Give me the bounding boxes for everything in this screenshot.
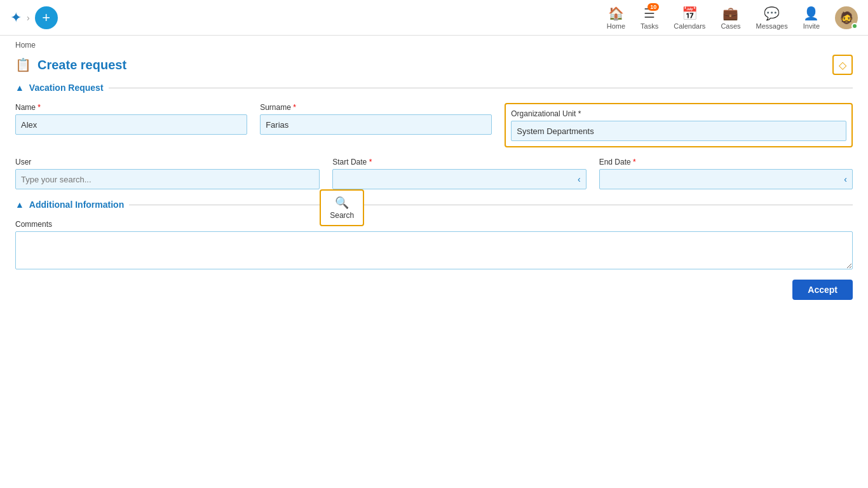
- page-action-button[interactable]: ◇: [832, 55, 853, 75]
- nav-invite[interactable]: 👤 Invite: [803, 6, 820, 30]
- comments-textarea[interactable]: [15, 231, 853, 269]
- footer-row: Accept: [15, 280, 853, 300]
- surname-group: Surname *: [260, 103, 492, 135]
- start-date-input-wrap: ‹: [332, 169, 586, 189]
- section-title-vacation: Vacation Request: [29, 83, 104, 93]
- end-date-required-indicator: *: [633, 158, 636, 166]
- nav-cases[interactable]: 💼 Cases: [721, 6, 740, 30]
- start-date-input[interactable]: [333, 171, 573, 188]
- page-title-icon: 📋: [15, 57, 31, 72]
- end-date-label: End Date *: [599, 158, 853, 166]
- user-input-wrap: [15, 169, 320, 189]
- surname-required-indicator: *: [293, 103, 296, 112]
- nav-tasks-label: Tasks: [641, 22, 658, 30]
- name-required-indicator: *: [37, 103, 41, 112]
- comments-group: Comments: [15, 220, 853, 269]
- cases-icon: 💼: [722, 6, 738, 21]
- section-divider-vacation: [109, 88, 853, 88]
- section-toggle-additional[interactable]: ▲: [15, 200, 24, 210]
- topnav: ✦ › + 🏠 Home ☰ 10 Tasks 📅 Calendars 💼 Ca…: [0, 0, 868, 36]
- add-button[interactable]: +: [35, 6, 58, 29]
- messages-icon: 💬: [764, 6, 780, 21]
- end-date-input[interactable]: [600, 171, 839, 188]
- end-date-calendar-button[interactable]: ‹: [839, 174, 852, 184]
- user-group: User 🔍 Search: [15, 158, 320, 189]
- nav-invite-label: Invite: [803, 22, 820, 30]
- page-header: 📋 Create request ◇: [0, 52, 868, 83]
- form-row-1: Name * Surname * Organizational Unit *: [15, 103, 853, 147]
- nav-chevron-icon: ›: [27, 13, 30, 23]
- page-title: Create request: [37, 58, 126, 72]
- name-input[interactable]: [15, 114, 247, 135]
- app-logo: ✦: [10, 10, 22, 26]
- search-button-label: Search: [330, 211, 354, 220]
- invite-icon: 👤: [803, 6, 819, 21]
- search-button[interactable]: 🔍 Search: [320, 189, 364, 226]
- search-icon: 🔍: [335, 196, 349, 210]
- start-date-calendar-button[interactable]: ‹: [573, 174, 586, 184]
- nav-calendars-label: Calendars: [674, 22, 705, 30]
- section-title-additional: Additional Information: [29, 200, 124, 210]
- org-unit-group: Organizational Unit *: [505, 103, 853, 147]
- org-unit-label: Organizational Unit *: [511, 109, 846, 118]
- end-date-input-wrap: ‹: [599, 169, 853, 189]
- nav-home[interactable]: 🏠 Home: [607, 6, 625, 30]
- user-search-input[interactable]: [15, 169, 320, 189]
- surname-input[interactable]: [260, 114, 492, 135]
- additional-info-section: ▲ Additional Information Comments: [15, 200, 853, 269]
- start-date-required-indicator: *: [369, 158, 372, 166]
- form-row-2: User 🔍 Search Start Date * ‹: [15, 158, 853, 189]
- nav-cases-label: Cases: [721, 22, 740, 30]
- org-unit-input[interactable]: [511, 121, 846, 141]
- comments-label: Comments: [15, 220, 853, 229]
- tasks-icon: ☰ 10: [644, 6, 655, 21]
- nav-messages-label: Messages: [756, 22, 788, 30]
- org-unit-required-indicator: *: [578, 109, 581, 118]
- vacation-request-section: ▲ Vacation Request Name * Surname * Orga…: [15, 83, 853, 189]
- name-group: Name *: [15, 103, 247, 135]
- breadcrumb: Home: [0, 36, 868, 52]
- section-divider-additional: [129, 205, 853, 205]
- user-search-row: 🔍 Search: [15, 169, 320, 189]
- start-date-group: Start Date * ‹: [332, 158, 586, 189]
- nav-tasks[interactable]: ☰ 10 Tasks: [641, 6, 658, 30]
- nav-messages[interactable]: 💬 Messages: [756, 6, 788, 30]
- nav-home-label: Home: [607, 22, 625, 30]
- end-date-group: End Date * ‹: [599, 158, 853, 189]
- user-avatar[interactable]: 🧔: [835, 6, 858, 29]
- topnav-left: ✦ › +: [10, 6, 607, 29]
- tasks-badge: 10: [648, 3, 659, 11]
- section-header-vacation: ▲ Vacation Request: [15, 83, 853, 93]
- surname-label: Surname *: [260, 103, 492, 112]
- topnav-right: 🏠 Home ☰ 10 Tasks 📅 Calendars 💼 Cases 💬 …: [607, 6, 858, 30]
- online-status-icon: [851, 23, 858, 29]
- calendars-icon: 📅: [682, 6, 698, 21]
- name-label: Name *: [15, 103, 247, 112]
- accept-button[interactable]: Accept: [792, 280, 853, 300]
- home-icon: 🏠: [608, 6, 624, 21]
- org-unit-wrapper: Organizational Unit *: [505, 103, 853, 147]
- section-header-additional: ▲ Additional Information: [15, 200, 853, 210]
- user-label: User: [15, 158, 320, 166]
- section-toggle-vacation[interactable]: ▲: [15, 83, 24, 93]
- page-title-wrap: 📋 Create request: [15, 57, 126, 72]
- nav-calendars[interactable]: 📅 Calendars: [674, 6, 705, 30]
- start-date-label: Start Date *: [332, 158, 586, 166]
